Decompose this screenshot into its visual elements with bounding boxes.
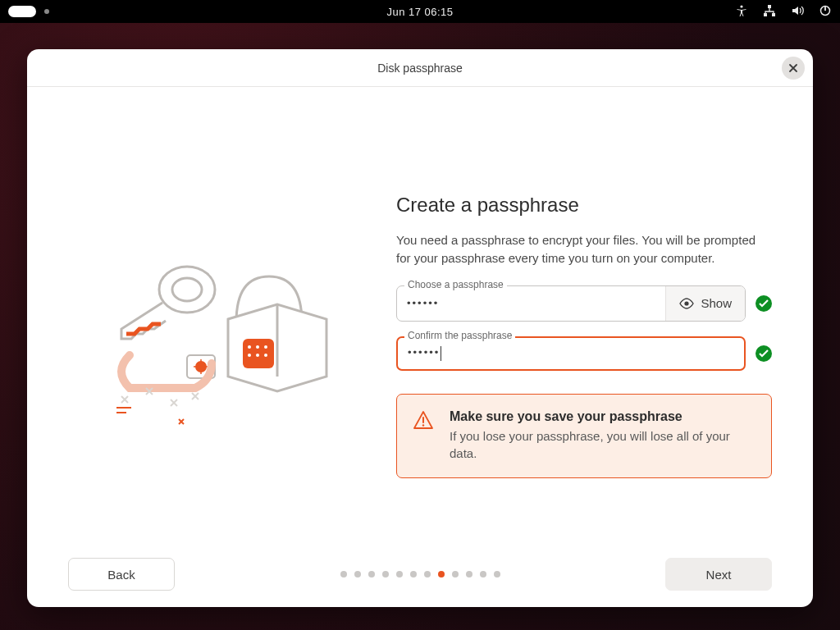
progress-dot: [438, 571, 445, 578]
progress-dot: [480, 571, 486, 578]
accessibility-icon[interactable]: [735, 4, 748, 20]
key-lock-illustration: [97, 224, 343, 437]
window-title: Disk passphrase: [377, 62, 463, 75]
svg-rect-2: [764, 13, 767, 16]
illustration: [68, 120, 372, 541]
check-icon: [759, 349, 769, 358]
passphrase-input[interactable]: ••••••: [397, 286, 665, 321]
warning-body: If you lose your passphrase, you will lo…: [450, 427, 755, 463]
eye-icon: [679, 298, 694, 309]
page-heading: Create a passphrase: [396, 194, 772, 217]
installer-window: Disk passphrase: [27, 49, 813, 607]
footer: Back Next: [27, 550, 813, 607]
progress-dot: [410, 571, 417, 578]
svg-point-16: [195, 361, 207, 372]
titlebar: Disk passphrase: [27, 49, 813, 87]
svg-point-7: [172, 278, 202, 301]
svg-point-0: [740, 5, 742, 7]
progress-dot: [396, 571, 403, 578]
svg-rect-1: [768, 5, 771, 8]
svg-point-9: [248, 345, 251, 349]
svg-point-10: [256, 345, 259, 349]
svg-point-11: [264, 345, 267, 349]
workspace-dot: [44, 9, 49, 14]
progress-dot: [382, 571, 389, 578]
progress-dot: [494, 571, 500, 578]
next-button[interactable]: Next: [665, 558, 772, 591]
check-icon: [759, 299, 769, 308]
close-button[interactable]: [782, 57, 805, 80]
warning-icon: [413, 411, 433, 432]
volume-icon[interactable]: [791, 4, 804, 20]
gnome-top-bar: Jun 17 06:15: [0, 0, 840, 23]
progress-dot: [452, 571, 459, 578]
activities-pill[interactable]: [8, 6, 36, 17]
svg-point-14: [264, 354, 267, 357]
svg-rect-3: [772, 13, 775, 16]
progress-dot: [340, 571, 347, 578]
form-content: Create a passphrase You need a passphras…: [396, 120, 772, 541]
svg-rect-8: [243, 339, 274, 368]
progress-dot: [368, 571, 375, 578]
svg-point-23: [685, 301, 689, 305]
progress-dots: [340, 571, 500, 578]
close-icon: [788, 63, 798, 73]
warning-title: Make sure you save your passphrase: [450, 409, 755, 424]
back-button[interactable]: Back: [68, 558, 175, 591]
passphrase-field-wrap: •••••• Show: [396, 285, 746, 322]
progress-dot: [424, 571, 431, 578]
confirm-label: Confirm the passphrase: [404, 330, 515, 341]
show-password-button[interactable]: Show: [665, 286, 745, 321]
confirm-valid-check: [756, 345, 772, 362]
show-label: Show: [701, 296, 732, 310]
progress-dot: [466, 571, 472, 578]
page-description: You need a passphrase to encrypt your fi…: [396, 231, 772, 267]
svg-point-12: [248, 354, 251, 357]
svg-point-13: [256, 354, 259, 357]
warning-box: Make sure you save your passphrase If yo…: [396, 394, 772, 479]
passphrase-valid-check: [756, 295, 772, 312]
confirm-passphrase-input[interactable]: ••••••: [396, 336, 746, 371]
clock[interactable]: Jun 17 06:15: [386, 6, 453, 18]
network-icon[interactable]: [763, 4, 776, 20]
svg-point-6: [159, 267, 215, 313]
passphrase-label: Choose a passphrase: [404, 279, 507, 290]
power-icon[interactable]: [819, 4, 832, 20]
svg-point-25: [422, 424, 424, 426]
progress-dot: [354, 571, 361, 578]
